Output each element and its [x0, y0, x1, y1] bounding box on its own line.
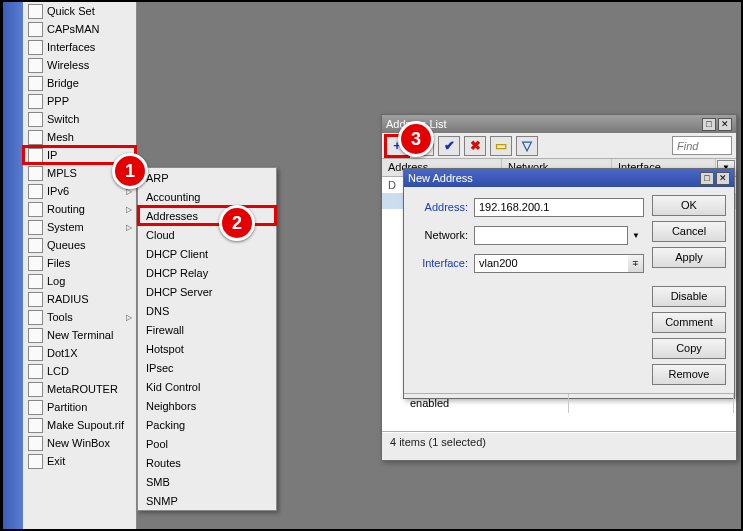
sidebar-item-ppp[interactable]: PPP [23, 92, 136, 110]
dropdown-icon[interactable]: ∓ [628, 254, 644, 273]
callout-2: 2 [219, 205, 255, 241]
menu-item-icon [28, 454, 43, 469]
sidebar-item-radius[interactable]: RADIUS [23, 290, 136, 308]
network-label: Network: [412, 229, 474, 241]
sidebar-item-capsman[interactable]: CAPsMAN [23, 20, 136, 38]
sidebar-item-make-supout-rif[interactable]: Make Supout.rif [23, 416, 136, 434]
submenu-item-routes[interactable]: Routes [138, 453, 276, 472]
sidebar-item-exit[interactable]: Exit [23, 452, 136, 470]
submenu-item-dns[interactable]: DNS [138, 301, 276, 320]
minimize-icon[interactable]: □ [702, 118, 716, 131]
sidebar-item-log[interactable]: Log [23, 272, 136, 290]
status-enabled: enabled [404, 394, 569, 413]
sidebar-item-interfaces[interactable]: Interfaces [23, 38, 136, 56]
enable-button[interactable]: ✔ [438, 136, 460, 156]
menu-item-label: Files [47, 257, 132, 269]
menu-item-icon [28, 310, 43, 325]
ok-button[interactable]: OK [652, 195, 726, 216]
submenu-item-packing[interactable]: Packing [138, 415, 276, 434]
submenu-item-dhcp-relay[interactable]: DHCP Relay [138, 263, 276, 282]
menu-item-icon [28, 166, 43, 181]
interface-select[interactable] [474, 254, 628, 273]
menu-item-label: Log [47, 275, 132, 287]
menu-item-label: New Terminal [47, 329, 132, 341]
sidebar-item-mesh[interactable]: Mesh [23, 128, 136, 146]
submenu-item-addresses[interactable]: Addresses [138, 206, 276, 225]
minimize-icon[interactable]: □ [700, 172, 714, 185]
menu-item-label: Queues [47, 239, 132, 251]
sidebar-item-bridge[interactable]: Bridge [23, 74, 136, 92]
sidebar-item-files[interactable]: Files [23, 254, 136, 272]
menu-item-label: New WinBox [47, 437, 132, 449]
submenu-item-ipsec[interactable]: IPsec [138, 358, 276, 377]
address-list-status: 4 items (1 selected) [382, 432, 736, 452]
comment-button[interactable]: Comment [652, 312, 726, 333]
address-list-titlebar[interactable]: Address List □ ✕ [382, 115, 736, 133]
submenu-arrow-icon: ▷ [126, 313, 132, 322]
disable-button[interactable]: Disable [652, 286, 726, 307]
sidebar-item-tools[interactable]: Tools▷ [23, 308, 136, 326]
menu-item-label: Dot1X [47, 347, 132, 359]
menu-item-icon [28, 184, 43, 199]
sidebar-item-quick-set[interactable]: Quick Set [23, 2, 136, 20]
sidebar-item-routing[interactable]: Routing▷ [23, 200, 136, 218]
menu-item-icon [28, 328, 43, 343]
sidebar-item-partition[interactable]: Partition [23, 398, 136, 416]
menu-item-label: LCD [47, 365, 132, 377]
address-label[interactable]: Address: [412, 201, 474, 213]
apply-button[interactable]: Apply [652, 247, 726, 268]
cancel-button[interactable]: Cancel [652, 221, 726, 242]
submenu-item-snmp[interactable]: SNMP [138, 491, 276, 510]
sidebar-item-dot1x[interactable]: Dot1X [23, 344, 136, 362]
menu-item-icon [28, 58, 43, 73]
new-address-titlebar[interactable]: New Address □ ✕ [404, 169, 734, 187]
address-input[interactable] [474, 198, 644, 217]
new-address-title: New Address [408, 172, 698, 184]
menu-item-icon [28, 40, 43, 55]
submenu-item-dhcp-server[interactable]: DHCP Server [138, 282, 276, 301]
submenu-item-dhcp-client[interactable]: DHCP Client [138, 244, 276, 263]
address-list-title: Address List [386, 118, 700, 130]
filter-button[interactable]: ▽ [516, 136, 538, 156]
sidebar-item-system[interactable]: System▷ [23, 218, 136, 236]
sidebar-item-wireless[interactable]: Wireless [23, 56, 136, 74]
submenu-item-accounting[interactable]: Accounting [138, 187, 276, 206]
submenu-item-cloud[interactable]: Cloud [138, 225, 276, 244]
submenu-item-pool[interactable]: Pool [138, 434, 276, 453]
submenu-item-kid-control[interactable]: Kid Control [138, 377, 276, 396]
submenu-item-smb[interactable]: SMB [138, 472, 276, 491]
disable-button[interactable]: ✖ [464, 136, 486, 156]
network-input[interactable] [474, 226, 628, 245]
menu-item-label: Partition [47, 401, 132, 413]
sidebar-item-switch[interactable]: Switch [23, 110, 136, 128]
menu-item-label: IP [47, 149, 124, 161]
expand-icon[interactable]: ▼ [628, 226, 644, 245]
submenu-item-neighbors[interactable]: Neighbors [138, 396, 276, 415]
menu-item-label: Exit [47, 455, 132, 467]
remove-button[interactable]: Remove [652, 364, 726, 385]
sidebar-item-new-terminal[interactable]: New Terminal [23, 326, 136, 344]
submenu-item-arp[interactable]: ARP [138, 168, 276, 187]
submenu-item-hotspot[interactable]: Hotspot [138, 339, 276, 358]
sidebar-item-lcd[interactable]: LCD [23, 362, 136, 380]
sidebar-item-metarouter[interactable]: MetaROUTER [23, 380, 136, 398]
submenu-arrow-icon: ▷ [126, 223, 132, 232]
copy-button[interactable]: Copy [652, 338, 726, 359]
app-titlebar-vertical: outerOS WinBox [3, 2, 23, 529]
interface-label[interactable]: Interface: [412, 257, 474, 269]
ip-submenu: ARPAccountingAddressesCloudDHCP ClientDH… [137, 167, 277, 511]
row-flag: D [388, 179, 402, 191]
new-address-window: New Address □ ✕ Address: Network: ▼ Inte… [403, 168, 735, 399]
status-empty [569, 394, 734, 413]
menu-item-icon [28, 400, 43, 415]
submenu-item-firewall[interactable]: Firewall [138, 320, 276, 339]
menu-item-icon [28, 436, 43, 451]
sidebar-item-new-winbox[interactable]: New WinBox [23, 434, 136, 452]
comment-button[interactable]: ▭ [490, 136, 512, 156]
menu-item-icon [28, 418, 43, 433]
find-input[interactable] [672, 136, 732, 155]
close-icon[interactable]: ✕ [718, 118, 732, 131]
sidebar-item-queues[interactable]: Queues [23, 236, 136, 254]
close-icon[interactable]: ✕ [716, 172, 730, 185]
menu-item-icon [28, 202, 43, 217]
